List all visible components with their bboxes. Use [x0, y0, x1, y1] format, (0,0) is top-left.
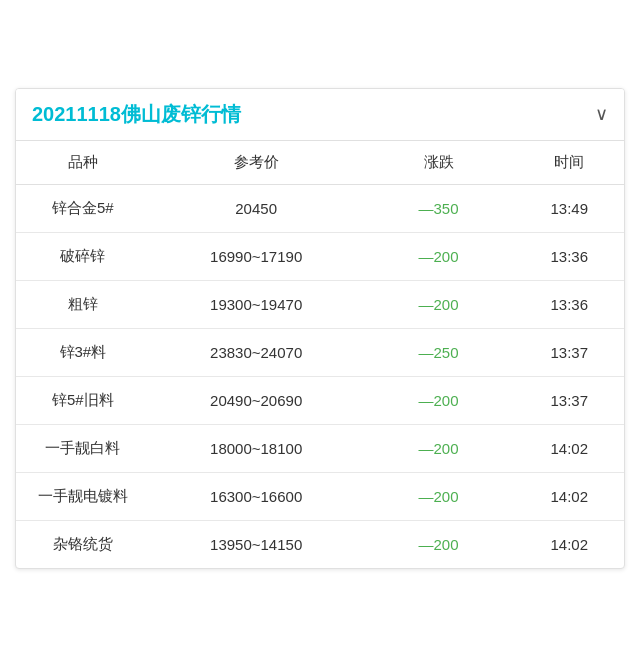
cell-name: 杂铬统货: [16, 520, 150, 568]
cell-name: 破碎锌: [16, 232, 150, 280]
cell-change: —200: [363, 472, 515, 520]
cell-time: 14:02: [515, 424, 624, 472]
table-row: 破碎锌16990~17190—20013:36: [16, 232, 624, 280]
table-row: 锌3#料23830~24070—25013:37: [16, 328, 624, 376]
cell-change: —200: [363, 424, 515, 472]
cell-name: 一手靓白料: [16, 424, 150, 472]
cell-change: —350: [363, 184, 515, 232]
cell-price: 18000~18100: [150, 424, 363, 472]
cell-price: 19300~19470: [150, 280, 363, 328]
cell-name: 粗锌: [16, 280, 150, 328]
table-header-row: 品种 参考价 涨跌 时间: [16, 140, 624, 184]
market-card: 20211118佛山废锌行情 ∨ 品种 参考价 涨跌 时间 锌合金5#20450…: [15, 88, 625, 569]
cell-price: 16990~17190: [150, 232, 363, 280]
cell-price: 20490~20690: [150, 376, 363, 424]
cell-change: —250: [363, 328, 515, 376]
card-title: 20211118佛山废锌行情: [32, 101, 241, 128]
cell-price: 23830~24070: [150, 328, 363, 376]
table-row: 一手靓白料18000~18100—20014:02: [16, 424, 624, 472]
cell-time: 14:02: [515, 520, 624, 568]
header-price: 参考价: [150, 140, 363, 184]
cell-time: 13:37: [515, 376, 624, 424]
market-table: 品种 参考价 涨跌 时间 锌合金5#20450—35013:49破碎锌16990…: [16, 140, 624, 568]
table-row: 粗锌19300~19470—20013:36: [16, 280, 624, 328]
cell-name: 锌5#旧料: [16, 376, 150, 424]
cell-change: —200: [363, 280, 515, 328]
cell-time: 13:37: [515, 328, 624, 376]
header-name: 品种: [16, 140, 150, 184]
cell-change: —200: [363, 520, 515, 568]
cell-change: —200: [363, 376, 515, 424]
cell-name: 锌3#料: [16, 328, 150, 376]
header-time: 时间: [515, 140, 624, 184]
cell-time: 13:49: [515, 184, 624, 232]
cell-time: 14:02: [515, 472, 624, 520]
card-header: 20211118佛山废锌行情 ∨: [16, 89, 624, 140]
cell-name: 锌合金5#: [16, 184, 150, 232]
cell-price: 20450: [150, 184, 363, 232]
table-row: 锌5#旧料20490~20690—20013:37: [16, 376, 624, 424]
collapse-icon[interactable]: ∨: [595, 103, 608, 125]
table-row: 杂铬统货13950~14150—20014:02: [16, 520, 624, 568]
cell-name: 一手靓电镀料: [16, 472, 150, 520]
cell-price: 13950~14150: [150, 520, 363, 568]
table-row: 锌合金5#20450—35013:49: [16, 184, 624, 232]
cell-time: 13:36: [515, 232, 624, 280]
cell-price: 16300~16600: [150, 472, 363, 520]
cell-change: —200: [363, 232, 515, 280]
table-row: 一手靓电镀料16300~16600—20014:02: [16, 472, 624, 520]
header-change: 涨跌: [363, 140, 515, 184]
cell-time: 13:36: [515, 280, 624, 328]
